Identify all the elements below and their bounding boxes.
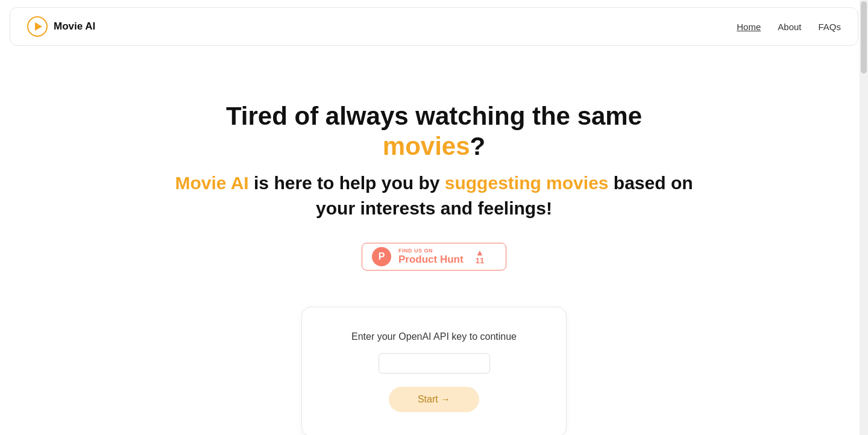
start-button[interactable]: Start → [389,387,479,412]
product-hunt-find-us-label: FIND US ON [398,248,433,254]
nav-faqs[interactable]: FAQs [818,22,841,32]
headline-text-part1: Tired of always watching the same [226,102,642,130]
product-hunt-text-area: FIND US ON Product Hunt [398,248,464,266]
subheadline-movie-ai: Movie AI [175,173,248,193]
product-hunt-logo: P [372,247,391,266]
logo-area: Movie AI [27,16,95,37]
headline: Tired of always watching the same movies… [193,101,675,162]
api-key-input[interactable] [379,353,490,374]
vote-count: 11 [476,257,484,264]
subheadline-text-part1: is here to help you by [249,173,445,193]
scrollbar-thumb[interactable] [861,1,867,74]
upvote-arrow-icon: ▲ [476,248,484,257]
api-key-label: Enter your OpenAI API key to continue [351,331,517,342]
api-key-card: Enter your OpenAI API key to continue St… [301,307,567,435]
logo-text: Movie AI [54,20,95,33]
main-content: Tired of always watching the same movies… [0,53,868,435]
nav-home[interactable]: Home [737,22,761,32]
headline-question-mark: ? [470,132,486,160]
product-hunt-name: Product Hunt [398,254,464,266]
scrollbar-track [860,0,868,435]
subheadline: Movie AI is here to help you by suggesti… [175,171,693,221]
subheadline-suggesting-movies: suggesting movies [445,173,609,193]
headline-orange-movies: movies [383,132,470,160]
play-icon [27,16,48,37]
navbar: Movie AI Home About FAQs [10,7,858,46]
product-hunt-vote-area: ▲ 11 [476,248,484,264]
nav-links: Home About FAQs [737,22,841,32]
product-hunt-badge[interactable]: P FIND US ON Product Hunt ▲ 11 [362,243,506,271]
nav-about[interactable]: About [778,22,801,32]
